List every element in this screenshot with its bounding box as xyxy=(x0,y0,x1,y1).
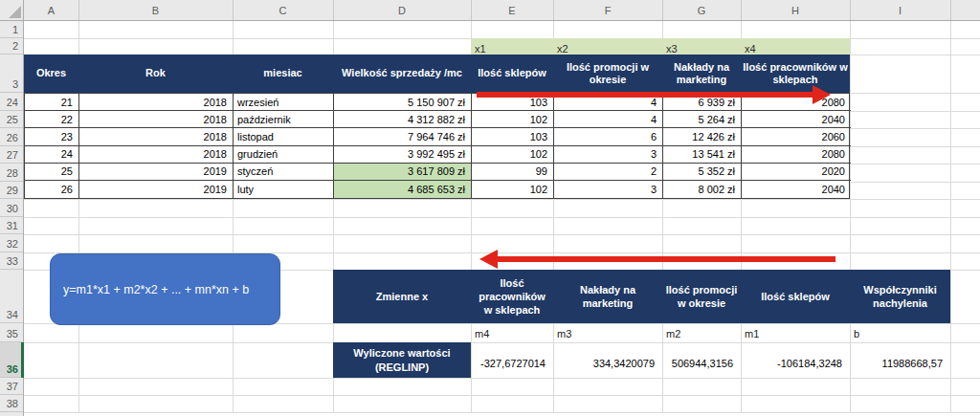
sales-cell[interactable]: 2018 xyxy=(79,94,234,111)
sales-cell[interactable]: 103 xyxy=(472,128,554,145)
row-header-31[interactable]: 31 xyxy=(0,217,23,235)
column-header-partial[interactable] xyxy=(950,0,980,20)
sales-cell[interactable]: 4 312 882 zł xyxy=(334,111,472,128)
sales-cell[interactable]: 12 426 zł xyxy=(663,128,742,145)
sales-cell[interactable]: 7 964 746 zł xyxy=(334,128,472,145)
sales-cell[interactable]: 3 xyxy=(554,181,663,198)
sales-cell[interactable]: 2080 xyxy=(742,146,851,164)
coefficient-label[interactable]: m1 xyxy=(741,323,850,342)
sales-cell[interactable]: 24 xyxy=(25,146,79,164)
coefficient-value[interactable]: 506944,3156 xyxy=(662,342,741,378)
sales-cell[interactable]: 25 xyxy=(25,164,79,181)
sales-cell[interactable]: 2060 xyxy=(742,128,851,145)
column-header-B[interactable]: B xyxy=(78,0,234,20)
column-header-D[interactable]: D xyxy=(333,0,472,20)
row-header-30[interactable]: 30 xyxy=(0,199,23,217)
reglinp-header-cell[interactable]: Ilość sklepów xyxy=(741,270,850,323)
row-header-2[interactable]: 2 xyxy=(0,38,23,55)
sales-cell[interactable]: 5 264 zł xyxy=(663,111,742,128)
sales-cell[interactable]: 2019 xyxy=(79,181,234,198)
sales-cell[interactable]: 5 150 907 zł xyxy=(334,94,472,111)
column-header-H[interactable]: H xyxy=(741,0,851,20)
sales-header-cell[interactable]: Okres xyxy=(24,55,78,93)
sales-header-cell[interactable]: Ilość promocji w okresie xyxy=(553,55,662,93)
sales-cell[interactable]: 8 002 zł xyxy=(663,181,742,198)
sales-cell[interactable]: 2018 xyxy=(79,128,234,145)
sales-cell[interactable]: 3 xyxy=(554,146,663,164)
row-header-36[interactable]: 36 xyxy=(0,342,23,378)
sales-cell[interactable]: 4 xyxy=(554,111,663,128)
sales-cell[interactable]: 2018 xyxy=(79,111,234,128)
row-header-3[interactable]: 3 xyxy=(0,55,23,93)
sales-cell[interactable]: styczeń xyxy=(234,164,334,181)
row-header-35[interactable]: 35 xyxy=(0,323,23,342)
coefficient-value[interactable]: -327,6727014 xyxy=(471,342,553,378)
reglinp-result-label-cell[interactable]: Wyliczone wartości (REGLINP) xyxy=(333,342,471,378)
spreadsheet[interactable]: ABCDEFGHI 123242526272829303132333435363… xyxy=(0,0,980,416)
row-header-24[interactable]: 24 xyxy=(0,93,23,111)
coefficient-label[interactable]: b xyxy=(850,323,950,342)
red-arrow-right[interactable] xyxy=(477,88,831,101)
row-header-28[interactable]: 28 xyxy=(0,164,23,182)
sales-cell[interactable]: 102 xyxy=(472,146,554,164)
row-header-33[interactable]: 33 xyxy=(0,252,23,271)
coefficient-label[interactable]: m3 xyxy=(553,323,662,342)
sales-cell[interactable]: 102 xyxy=(472,181,554,198)
column-header-I[interactable]: I xyxy=(850,0,951,20)
row-header-34[interactable]: 34 xyxy=(0,270,23,323)
sales-cell[interactable]: listopad xyxy=(234,128,334,145)
row-header-25[interactable]: 25 xyxy=(0,111,23,129)
sales-cell[interactable]: grudzień xyxy=(234,146,334,164)
reglinp-header-cell[interactable]: Zmienne x xyxy=(333,270,471,323)
row-header-37[interactable]: 37 xyxy=(0,378,23,395)
sales-cell[interactable]: 5 352 zł xyxy=(663,164,742,181)
column-header-A[interactable]: A xyxy=(24,0,79,20)
sales-cell[interactable]: 6 xyxy=(554,128,663,145)
red-arrow-left[interactable] xyxy=(479,252,835,267)
reglinp-header-cell[interactable]: Ilość promocji w okresie xyxy=(662,270,741,323)
sales-cell[interactable]: 2019 xyxy=(79,164,234,181)
coefficient-value[interactable]: 11988668,57 xyxy=(850,342,950,378)
sales-cell[interactable]: 3 992 495 zł xyxy=(334,146,472,164)
sales-cell[interactable]: 2020 xyxy=(742,164,851,181)
sales-cell[interactable]: 99 xyxy=(472,164,554,181)
sales-header-cell[interactable]: Wielkość sprzedaży /mc xyxy=(333,55,471,93)
sales-header-cell[interactable]: Nakłady na marketing xyxy=(662,55,741,93)
column-header-C[interactable]: C xyxy=(233,0,334,20)
reglinp-header-cell[interactable]: Współczynniki nachylenia xyxy=(850,270,950,323)
sales-cell[interactable]: 2 xyxy=(554,164,663,181)
sales-cell[interactable]: 4 685 653 zł xyxy=(334,181,472,198)
coefficient-value[interactable]: 334,3420079 xyxy=(553,342,662,378)
sales-cell[interactable]: 21 xyxy=(25,94,79,111)
sales-cell[interactable]: 13 541 zł xyxy=(663,146,742,164)
row-header-1[interactable]: 1 xyxy=(0,21,23,38)
column-header-F[interactable]: F xyxy=(553,0,663,20)
row-header-38[interactable]: 38 xyxy=(0,395,23,412)
sales-cell[interactable]: 2040 xyxy=(742,181,851,198)
sales-cell[interactable]: 23 xyxy=(25,128,79,145)
sales-header-cell[interactable]: Ilość pracowników w sklepach xyxy=(741,55,850,93)
coefficient-label[interactable]: m2 xyxy=(662,323,741,342)
x-variable-band[interactable]: x1x2x3x4 xyxy=(471,38,850,55)
column-header-E[interactable]: E xyxy=(471,0,554,20)
sales-header-cell[interactable]: Rok xyxy=(78,55,233,93)
coefficient-label[interactable]: m4 xyxy=(471,323,553,342)
sales-header-cell[interactable]: miesiac xyxy=(233,55,333,93)
sales-cell[interactable]: październik xyxy=(234,111,334,128)
sales-cell[interactable]: 22 xyxy=(25,111,79,128)
sales-cell[interactable]: 2040 xyxy=(742,111,851,128)
row-header-26[interactable]: 26 xyxy=(0,128,23,146)
sales-cell[interactable]: 26 xyxy=(25,181,79,198)
formula-shape[interactable]: y=m1*x1 + m2*x2 + ... + mn*xn + b xyxy=(50,253,280,325)
row-header-27[interactable]: 27 xyxy=(0,146,23,164)
sales-header-cell[interactable]: Ilość sklepów xyxy=(471,55,553,93)
row-header-32[interactable]: 32 xyxy=(0,234,23,252)
sales-cell[interactable]: 3 617 809 zł xyxy=(334,164,472,181)
sales-cell[interactable]: luty xyxy=(234,181,334,198)
column-header-G[interactable]: G xyxy=(662,0,742,20)
sales-cell[interactable]: wrzesień xyxy=(234,94,334,111)
reglinp-header-cell[interactable]: Nakłady na marketing xyxy=(553,270,662,323)
coefficient-value[interactable]: -106184,3248 xyxy=(741,342,850,378)
reglinp-header-cell[interactable]: Ilość pracowników w sklepach xyxy=(471,270,553,323)
select-all-button[interactable] xyxy=(0,0,24,21)
